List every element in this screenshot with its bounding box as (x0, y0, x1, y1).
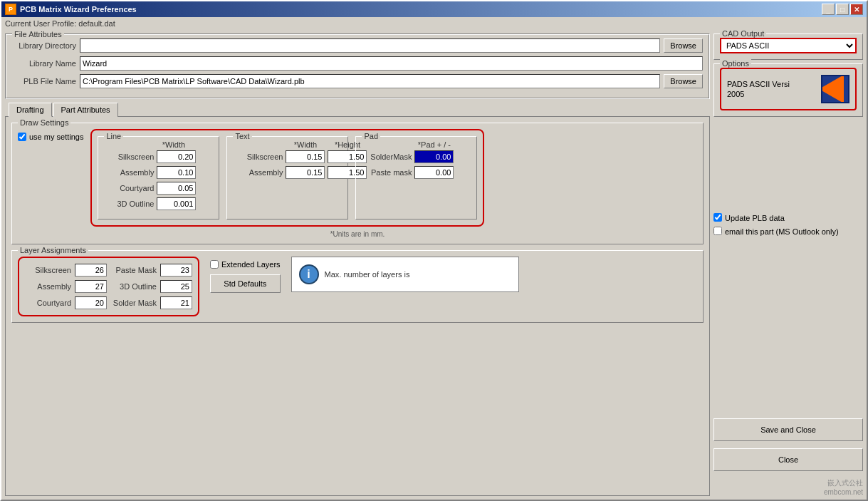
outline-3d-layer-row: 3D Outline (110, 280, 192, 293)
pads-arrow-shape (821, 75, 844, 103)
outline-3d-layer-input[interactable] (160, 280, 192, 293)
layer-col-right: Paste Mask 3D Outline Sold (110, 264, 192, 309)
library-name-input[interactable] (80, 56, 703, 71)
watermark-line1: 嵌入式公社 (713, 478, 863, 488)
text-group: Text *Width *Height Silkscreen (226, 136, 348, 219)
layer-inner: Silkscreen Assembly Courty (18, 257, 697, 316)
email-part-checkbox[interactable] (713, 227, 722, 235)
close-window-button[interactable]: ✕ (850, 4, 863, 15)
line-col-headers: *Width (104, 140, 213, 149)
two-col-layers: Silkscreen Assembly Courty (25, 264, 192, 309)
close-button[interactable]: Close (713, 448, 863, 471)
solder-mask-layer-row: Solder Mask (110, 296, 192, 309)
browse-library-directory-button[interactable]: Browse (664, 38, 703, 53)
tab-drafting[interactable]: Drafting (9, 103, 52, 117)
layer-assignments-group: Layer Assignments Silkscreen (11, 250, 704, 323)
info-text: Max. number of layers is (325, 270, 410, 279)
right-panel: CAD Output PADS ASCII Altium OrCAD Optio… (713, 33, 863, 496)
text-asm-label: Assembly (233, 168, 283, 177)
draw-settings-label: Draw Settings (18, 118, 70, 127)
courtyard-line-label: Courtyard (104, 184, 154, 192)
pads-icon (821, 75, 849, 103)
tab-content: Draw Settings use my settings (5, 116, 710, 496)
use-my-settings-checkbox[interactable] (18, 133, 26, 141)
text-silk-label: Silkscreen (233, 153, 283, 161)
plb-file-name-input[interactable] (80, 74, 660, 88)
update-plb-checkbox[interactable] (713, 213, 722, 222)
paste-mask-row: Paste mask (362, 166, 471, 179)
paste-mask-layer-label: Paste Mask (110, 266, 157, 274)
layer-col-left: Silkscreen Assembly Courty (25, 264, 107, 309)
highlighted-settings-box: Line *Width Silkscreen A (90, 129, 484, 227)
current-user-label: Current User Profile: default.dat (1, 17, 867, 30)
plb-file-name-label: PLB File Name (12, 77, 76, 86)
text-asm-width-input[interactable] (286, 166, 325, 179)
main-window: P PCB Matrix Wizard Preferences _ □ ✕ Cu… (0, 0, 868, 501)
assembly-line-label: Assembly (104, 168, 154, 177)
text-silk-width-input[interactable] (286, 150, 325, 163)
assembly-line-row: Assembly (104, 166, 213, 179)
file-attributes-inner: File Attributes Library Directory Browse… (6, 34, 709, 98)
text-width-header: *Width (286, 140, 325, 149)
solder-mask-input[interactable] (414, 150, 454, 163)
use-my-settings-row: use my settings (18, 133, 83, 141)
use-my-settings-label: use my settings (29, 133, 83, 141)
maximize-button[interactable]: □ (836, 4, 849, 15)
solder-mask-pad-label: SolderMask (362, 153, 412, 161)
email-part-row: email this part (MS Outlook only) (713, 227, 863, 237)
assembly-layer-input[interactable] (75, 280, 107, 293)
settings-row: use my settings Line *Width (18, 129, 697, 227)
assembly-width-input[interactable] (157, 166, 196, 179)
update-plb-row: Update PLB data (713, 213, 863, 223)
options-group: Options PADS ASCII Versi 2005 (713, 63, 863, 117)
cad-output-select[interactable]: PADS ASCII Altium OrCAD (720, 38, 857, 53)
watermark: 嵌入式公社 embcom.net (713, 478, 863, 496)
courtyard-layer-label: Courtyard (25, 299, 71, 307)
plb-file-name-row: PLB File Name Browse (12, 74, 703, 88)
library-directory-label: Library Directory (12, 41, 76, 50)
line-group-label: Line (104, 132, 123, 140)
paste-mask-input[interactable] (414, 166, 454, 179)
extended-layers-row: Extended Layers (210, 260, 281, 269)
cad-output-group: CAD Output PADS ASCII Altium OrCAD (713, 33, 863, 60)
library-directory-row: Library Directory Browse (12, 38, 703, 53)
layer-assignments-label: Layer Assignments (18, 246, 88, 254)
pads-ascii-version-label: PADS ASCII Versi (727, 80, 790, 88)
text-group-label: Text (233, 132, 251, 140)
checkbox-area: use my settings (18, 129, 83, 141)
tab-part-attributes[interactable]: Part Attributes (53, 103, 118, 117)
info-icon: i (299, 264, 319, 284)
outline-3d-line-row: 3D Outline (104, 197, 213, 210)
courtyard-width-input[interactable] (157, 182, 196, 195)
save-and-close-button[interactable]: Save and Close (713, 418, 863, 441)
outline-3d-width-input[interactable] (157, 197, 196, 210)
pad-group: Pad *Pad + / - SolderMask (355, 136, 477, 219)
title-bar-left: P PCB Matrix Wizard Preferences (5, 4, 137, 15)
solder-mask-layer-label: Solder Mask (110, 299, 157, 307)
solder-mask-row: SolderMask (362, 150, 471, 163)
layer-left-box: Silkscreen Assembly Courty (18, 257, 199, 316)
outline-3d-layer-label: 3D Outline (110, 282, 157, 291)
silkscreen-layer-label: Silkscreen (25, 266, 71, 274)
cad-output-label: CAD Output (720, 30, 766, 38)
silkscreen-line-label: Silkscreen (104, 153, 154, 161)
browse-plb-button[interactable]: Browse (664, 74, 703, 88)
std-defaults-button[interactable]: Std Defaults (210, 274, 281, 293)
silkscreen-line-row: Silkscreen (104, 150, 213, 163)
extended-layers-checkbox[interactable] (210, 260, 219, 269)
silkscreen-width-input[interactable] (157, 150, 196, 163)
draw-settings-group: Draw Settings use my settings (11, 123, 704, 244)
text-silk-row: Silkscreen (233, 150, 342, 163)
library-directory-input[interactable] (80, 38, 660, 53)
paste-mask-layer-input[interactable] (160, 264, 192, 277)
courtyard-line-row: Courtyard (104, 182, 213, 195)
app-icon: P (5, 4, 16, 15)
file-attributes-label: File Attributes (12, 30, 64, 38)
tab-bar: Drafting Part Attributes (5, 103, 710, 116)
solder-mask-layer-input[interactable] (160, 296, 192, 309)
silkscreen-layer-input[interactable] (75, 264, 107, 277)
courtyard-layer-input[interactable] (75, 296, 107, 309)
assembly-layer-row: Assembly (25, 280, 107, 293)
minimize-button[interactable]: _ (822, 4, 835, 15)
email-part-label: email this part (MS Outlook only) (725, 227, 839, 237)
